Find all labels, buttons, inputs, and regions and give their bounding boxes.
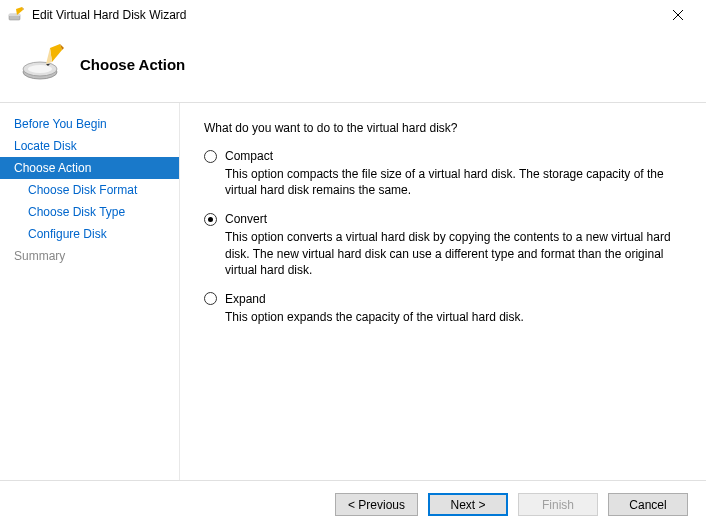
option-convert-label: Convert: [225, 212, 267, 226]
close-button[interactable]: [658, 0, 698, 30]
sidebar-item-summary: Summary: [0, 245, 179, 267]
window-title: Edit Virtual Hard Disk Wizard: [32, 8, 658, 22]
option-convert: Convert This option converts a virtual h…: [204, 212, 682, 278]
sidebar-item-locate-disk[interactable]: Locate Disk: [0, 135, 179, 157]
wizard-body: Before You Begin Locate Disk Choose Acti…: [0, 103, 706, 480]
sidebar-item-choose-disk-format[interactable]: Choose Disk Format: [0, 179, 179, 201]
sidebar-item-choose-disk-type[interactable]: Choose Disk Type: [0, 201, 179, 223]
option-expand-label: Expand: [225, 292, 266, 306]
sidebar-item-before-you-begin[interactable]: Before You Begin: [0, 113, 179, 135]
content-prompt: What do you want to do to the virtual ha…: [204, 121, 682, 135]
option-compact-description: This option compacts the file size of a …: [225, 166, 682, 198]
finish-button: Finish: [518, 493, 598, 516]
sidebar-item-choose-action[interactable]: Choose Action: [0, 157, 179, 179]
svg-rect-1: [9, 14, 20, 16]
option-convert-description: This option converts a virtual hard disk…: [225, 229, 682, 278]
close-icon: [673, 10, 683, 20]
wizard-footer: < Previous Next > Finish Cancel: [0, 480, 706, 530]
option-compact-label: Compact: [225, 149, 273, 163]
radio-convert[interactable]: [204, 213, 217, 226]
wizard-header-icon: [20, 42, 64, 86]
cancel-button[interactable]: Cancel: [608, 493, 688, 516]
option-compact-row[interactable]: Compact: [204, 149, 682, 163]
wizard-content: What do you want to do to the virtual ha…: [180, 103, 706, 480]
option-expand: Expand This option expands the capacity …: [204, 292, 682, 325]
sidebar-item-configure-disk[interactable]: Configure Disk: [0, 223, 179, 245]
option-convert-row[interactable]: Convert: [204, 212, 682, 226]
wizard-header: Choose Action: [0, 30, 706, 103]
previous-button[interactable]: < Previous: [335, 493, 418, 516]
wizard-header-title: Choose Action: [80, 56, 185, 73]
radio-compact[interactable]: [204, 150, 217, 163]
app-icon: [8, 7, 24, 23]
radio-expand[interactable]: [204, 292, 217, 305]
option-expand-description: This option expands the capacity of the …: [225, 309, 682, 325]
option-expand-row[interactable]: Expand: [204, 292, 682, 306]
wizard-sidebar: Before You Begin Locate Disk Choose Acti…: [0, 103, 180, 480]
next-button[interactable]: Next >: [428, 493, 508, 516]
titlebar: Edit Virtual Hard Disk Wizard: [0, 0, 706, 30]
svg-point-6: [28, 65, 52, 73]
option-compact: Compact This option compacts the file si…: [204, 149, 682, 198]
